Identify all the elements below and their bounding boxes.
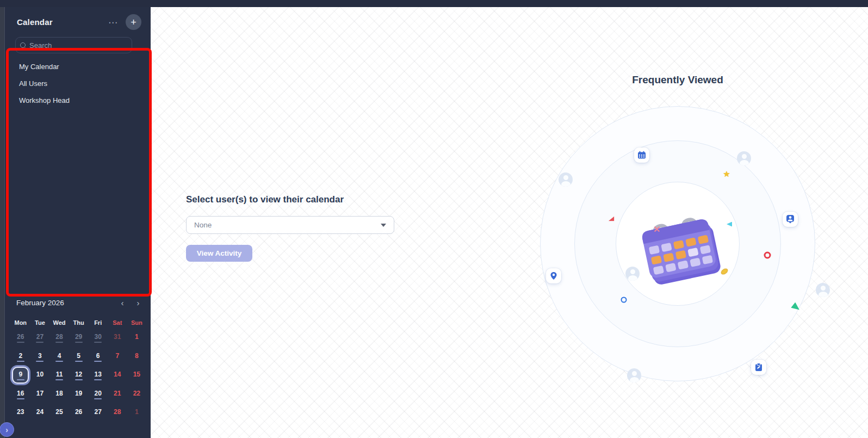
add-button[interactable]: + [126, 14, 141, 30]
calendar-day[interactable]: 10 [30, 366, 50, 385]
calendar-day[interactable]: 4 [49, 347, 69, 366]
calendar-list: My CalendarAll UsersWorkshop Head [5, 58, 151, 109]
calendar-day[interactable]: 27 [88, 403, 108, 422]
mini-calendar-header: February 2026 ‹ › [5, 297, 151, 309]
calendar-day[interactable]: 8 [127, 347, 147, 366]
calendar-day[interactable]: 25 [49, 403, 69, 422]
calendar-day[interactable]: 18 [49, 385, 69, 404]
calendar-day[interactable]: 11 [49, 366, 69, 385]
calendar-day[interactable]: 26 [69, 403, 89, 422]
calendar-day[interactable]: 30 [88, 328, 108, 347]
calendar-app: { "sidebar": { "title": "Calendar", "mor… [0, 0, 868, 438]
calendar-list-item[interactable]: Workshop Head [5, 92, 151, 109]
calendar-day[interactable]: 24 [30, 403, 50, 422]
calendar-day[interactable]: 26 [11, 328, 30, 347]
calendar-day[interactable]: 22 [127, 385, 147, 404]
calendar-day[interactable]: 2 [11, 347, 30, 366]
weekday-row: MonTueWedThuFriSatSun [11, 319, 146, 326]
calendar-day[interactable]: 13 [88, 366, 108, 385]
calendar-day[interactable]: 28 [49, 328, 69, 347]
calendar-day[interactable]: 1 [127, 328, 147, 347]
user-select-dropdown[interactable]: None [186, 216, 394, 234]
calendar-day[interactable]: 21 [108, 385, 127, 404]
sidebar: Calendar ⋯ + My CalendarAll UsersWorksho… [5, 7, 151, 438]
3d-calendar-icon [629, 199, 727, 293]
sidebar-header: Calendar ⋯ + [5, 7, 151, 38]
search-input[interactable] [29, 41, 127, 50]
mini-calendar-grid: 26 27 28 29 30 31 1 [11, 328, 146, 422]
weekday-label: Sat [108, 319, 127, 326]
calendar-day[interactable]: 17 [30, 385, 50, 404]
weekday-label: Thu [69, 319, 89, 326]
search-icon [20, 42, 26, 48]
weekday-label: Mon [11, 319, 30, 326]
weekday-label: Fri [88, 319, 108, 326]
calendar-day[interactable]: 14 [108, 366, 127, 385]
main-panel: Frequently Viewed [151, 7, 868, 438]
calendar-day[interactable]: 15 [127, 366, 147, 385]
calendar-day[interactable]: 31 [108, 328, 127, 347]
chevron-down-icon [381, 224, 386, 227]
calendar-day[interactable]: 7 [108, 347, 127, 366]
calendar-day[interactable]: 20 [88, 385, 108, 404]
weekday-label: Sun [127, 319, 147, 326]
view-activity-button[interactable]: View Activity [186, 245, 252, 262]
left-rail [0, 7, 5, 438]
weekday-label: Tue [30, 319, 50, 326]
calendar-day[interactable]: 27 [30, 328, 50, 347]
sidebar-title: Calendar [17, 17, 53, 27]
calendar-list-item[interactable]: All Users [5, 75, 151, 92]
top-bar [0, 0, 868, 7]
calendar-day[interactable]: 6 [88, 347, 108, 366]
calendar-day[interactable]: 19 [69, 385, 89, 404]
calendar-list-item[interactable]: My Calendar [5, 58, 151, 75]
calendar-day[interactable]: 9 [11, 366, 30, 385]
month-label: February 2026 [16, 299, 64, 307]
weekday-label: Wed [49, 319, 69, 326]
calendar-day[interactable]: 3 [30, 347, 50, 366]
select-user-prompt: Select user(s) to view their calendar [186, 194, 344, 205]
calendar-day[interactable]: 16 [11, 385, 30, 404]
calendar-day[interactable]: 23 [11, 403, 30, 422]
chevron-left-icon[interactable]: ‹ [117, 298, 127, 308]
calendar-day[interactable]: 29 [69, 328, 89, 347]
frequently-viewed-heading: Frequently Viewed [540, 74, 815, 86]
calendar-day[interactable]: 12 [69, 366, 89, 385]
chevron-right-icon[interactable]: › [133, 298, 143, 308]
calendar-day[interactable]: 1 [127, 403, 147, 422]
calendar-day[interactable]: 28 [108, 403, 127, 422]
sidebar-collapse-button[interactable]: › [0, 422, 14, 437]
more-options-icon[interactable]: ⋯ [106, 18, 120, 29]
dropdown-value: None [194, 221, 381, 229]
calendar-day[interactable]: 5 [69, 347, 89, 366]
search-box[interactable] [15, 37, 132, 53]
